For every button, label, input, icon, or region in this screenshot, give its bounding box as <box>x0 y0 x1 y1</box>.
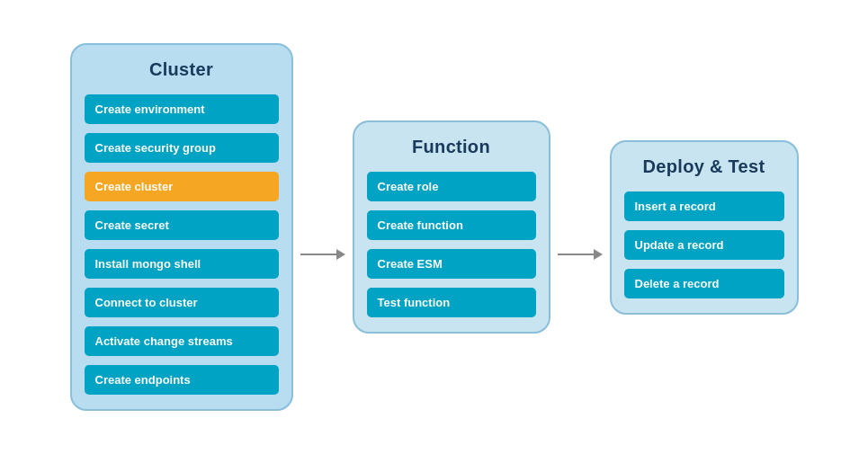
deploy-item-2[interactable]: Delete a record <box>624 269 784 298</box>
function-item-0[interactable]: Create role <box>367 172 536 201</box>
arrow-1 <box>293 249 353 260</box>
arrow-1-shape <box>300 249 345 260</box>
arrow-1-line <box>300 254 336 255</box>
cluster-item-0[interactable]: Create environment <box>85 94 279 124</box>
diagram-container: Cluster Create environment Create securi… <box>52 25 817 429</box>
function-panel: Function Create role Create function Cre… <box>353 120 550 334</box>
cluster-panel: Cluster Create environment Create securi… <box>70 43 293 411</box>
function-item-2[interactable]: Create ESM <box>367 249 536 279</box>
function-title: Function <box>412 137 490 157</box>
cluster-item-4[interactable]: Install mongo shell <box>85 249 279 279</box>
cluster-item-6[interactable]: Activate change streams <box>85 326 279 356</box>
function-item-1[interactable]: Create function <box>367 210 536 240</box>
deploy-title: Deploy & Test <box>643 156 765 177</box>
cluster-item-3[interactable]: Create secret <box>85 210 279 240</box>
arrow-2-head <box>594 249 603 260</box>
deploy-item-0[interactable]: Insert a record <box>624 191 784 221</box>
function-item-3[interactable]: Test function <box>367 288 536 317</box>
arrow-2-line <box>558 254 594 255</box>
cluster-item-5[interactable]: Connect to cluster <box>85 288 279 317</box>
arrow-2 <box>550 249 610 260</box>
cluster-item-7[interactable]: Create endpoints <box>85 365 279 395</box>
cluster-title: Cluster <box>149 59 213 80</box>
cluster-item-2[interactable]: Create cluster <box>85 172 279 201</box>
cluster-item-1[interactable]: Create security group <box>85 133 279 163</box>
arrow-1-head <box>336 249 345 260</box>
deploy-panel: Deploy & Test Insert a record Update a r… <box>610 140 799 315</box>
arrow-2-shape <box>558 249 603 260</box>
deploy-item-1[interactable]: Update a record <box>624 230 784 260</box>
